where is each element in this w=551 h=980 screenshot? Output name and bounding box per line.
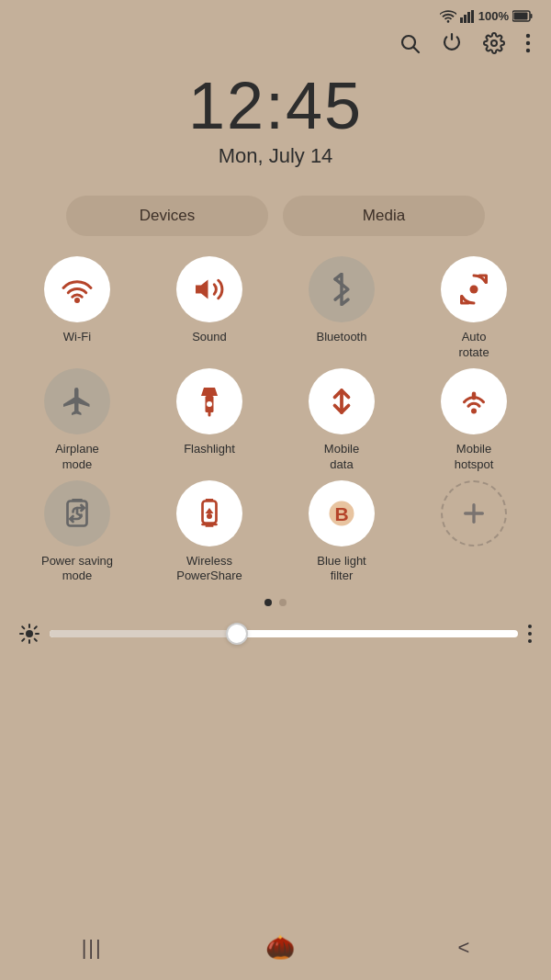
- power-icon[interactable]: [441, 32, 463, 54]
- svg-rect-1: [464, 15, 467, 23]
- tile-label-bluelightfilter: Blue lightfilter: [317, 554, 365, 585]
- tile-label-wifi: Wi-Fi: [63, 330, 91, 345]
- wifi-icon: [61, 276, 94, 303]
- svg-marker-14: [196, 280, 208, 299]
- sound-icon: [193, 273, 226, 306]
- more-icon[interactable]: [525, 32, 531, 54]
- wifi-status-icon: [440, 10, 456, 23]
- svg-line-34: [35, 639, 37, 641]
- svg-point-28: [26, 630, 33, 637]
- recent-apps-button[interactable]: |||: [63, 930, 121, 965]
- battery-icon: [512, 10, 533, 22]
- clock-time: 12:45: [188, 73, 363, 139]
- tile-circle-wirelesspowershare: [176, 480, 242, 546]
- tile-circle-mobilehotspot: [441, 368, 507, 434]
- tile-label-autorotate: Autorotate: [458, 330, 489, 361]
- bluetooth-icon: [329, 273, 354, 306]
- tile-bluetooth[interactable]: Bluetooth: [279, 256, 404, 361]
- tile-circle-mobiledata: [309, 368, 375, 434]
- mobiledata-icon: [325, 385, 358, 418]
- powersaving-icon: [61, 497, 94, 530]
- status-icons: 100%: [440, 9, 533, 23]
- brightness-thumb[interactable]: [226, 623, 248, 645]
- svg-point-17: [207, 401, 212, 407]
- pagination-dot-2: [279, 599, 287, 606]
- tabs-row: Devices Media: [0, 186, 551, 251]
- tile-circle-flashlight: [176, 368, 242, 434]
- tile-autorotate[interactable]: Autorotate: [411, 256, 536, 361]
- clock-section: 12:45 Mon, July 14: [0, 63, 551, 186]
- svg-line-8: [414, 48, 420, 53]
- svg-point-10: [526, 34, 530, 38]
- bottom-nav: ||| 🌰 <: [0, 918, 551, 980]
- svg-line-33: [22, 627, 24, 629]
- tile-circle-powersaving: [44, 480, 110, 546]
- status-bar: 100%: [0, 0, 551, 27]
- svg-point-39: [528, 639, 532, 643]
- svg-text:B: B: [334, 502, 348, 524]
- svg-rect-6: [514, 13, 528, 20]
- brightness-more-icon[interactable]: [527, 624, 533, 644]
- svg-point-12: [526, 49, 530, 52]
- tile-circle-airplane: [44, 368, 110, 434]
- qs-toolbar: [0, 27, 551, 63]
- pagination: [0, 590, 551, 619]
- autorotate-icon: [457, 273, 490, 306]
- search-icon[interactable]: [399, 32, 421, 54]
- brightness-icon: [18, 623, 40, 645]
- svg-point-15: [470, 286, 478, 294]
- tile-airplane[interactable]: Airplanemode: [15, 368, 140, 473]
- airplane-icon: [61, 385, 94, 418]
- svg-point-19: [471, 408, 477, 413]
- tile-flashlight[interactable]: Flashlight: [147, 368, 272, 473]
- tab-devices[interactable]: Devices: [66, 196, 268, 236]
- svg-rect-20: [472, 391, 477, 400]
- svg-rect-0: [460, 17, 463, 23]
- tile-powersaving[interactable]: Power savingmode: [15, 480, 140, 585]
- flashlight-icon: [193, 385, 226, 418]
- svg-rect-5: [531, 14, 533, 18]
- tile-bluelightfilter[interactable]: B Blue lightfilter: [279, 480, 404, 585]
- tile-sound[interactable]: Sound: [147, 256, 272, 361]
- svg-line-35: [35, 627, 37, 629]
- bluelightfilter-icon: B: [325, 497, 358, 530]
- back-button[interactable]: <: [439, 930, 488, 965]
- tile-label-airplane: Airplanemode: [55, 442, 99, 473]
- tile-circle-wifi: [44, 256, 110, 322]
- brightness-row: [0, 619, 551, 654]
- settings-icon[interactable]: [483, 32, 505, 54]
- tile-wifi[interactable]: Wi-Fi: [15, 256, 140, 361]
- tile-label-powersaving: Power savingmode: [41, 554, 113, 585]
- clock-date: Mon, July 14: [219, 144, 333, 168]
- tile-circle-bluetooth: [309, 256, 375, 322]
- add-icon: [459, 499, 489, 528]
- tile-mobiledata[interactable]: Mobiledata: [279, 368, 404, 473]
- tab-media[interactable]: Media: [283, 196, 485, 236]
- svg-point-37: [528, 625, 532, 628]
- tile-circle-add: [441, 480, 507, 546]
- battery-percent: 100%: [478, 9, 509, 23]
- tile-circle-autorotate: [441, 256, 507, 322]
- tile-label-wirelesspowershare: WirelessPowerShare: [176, 554, 242, 585]
- tile-label-flashlight: Flashlight: [184, 442, 235, 457]
- tile-label-bluetooth: Bluetooth: [317, 330, 367, 345]
- quick-tiles-grid: Wi-Fi Sound Bluetooth: [0, 251, 551, 590]
- svg-point-9: [491, 40, 497, 46]
- tile-circle-sound: [176, 256, 242, 322]
- brightness-track[interactable]: [50, 630, 518, 637]
- tile-wirelesspowershare[interactable]: WirelessPowerShare: [147, 480, 272, 585]
- svg-rect-2: [467, 12, 470, 23]
- svg-point-13: [74, 298, 80, 303]
- tile-add[interactable]: [411, 480, 536, 585]
- pagination-dot-1: [264, 599, 272, 606]
- signal-icon: [460, 10, 475, 23]
- tile-label-mobiledata: Mobiledata: [324, 442, 359, 473]
- svg-line-36: [22, 639, 24, 641]
- svg-rect-3: [471, 10, 474, 23]
- tile-mobilehotspot[interactable]: Mobilehotspot: [411, 368, 536, 473]
- hotspot-icon: [457, 385, 490, 418]
- tile-circle-bluelightfilter: B: [309, 480, 375, 546]
- svg-point-23: [207, 513, 212, 519]
- home-button[interactable]: 🌰: [247, 928, 313, 967]
- tile-label-sound: Sound: [192, 330, 227, 345]
